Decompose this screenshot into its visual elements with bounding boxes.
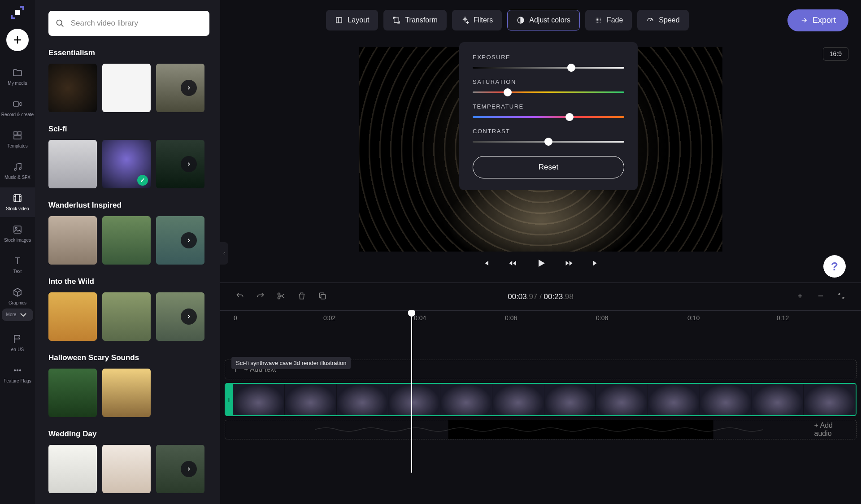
fade-button[interactable]: Fade	[585, 10, 632, 30]
video-clip[interactable]: ||	[225, 383, 857, 416]
undo-button[interactable]	[231, 287, 249, 306]
video-thumb[interactable]	[48, 369, 97, 417]
sparkle-icon	[461, 16, 469, 24]
ruler-tick: 0:06	[505, 314, 517, 322]
zoom-out-button[interactable]	[812, 287, 830, 306]
category-more-button[interactable]	[181, 461, 197, 477]
sidebar-item-record[interactable]: Record & create	[0, 93, 35, 123]
video-thumb[interactable]	[156, 64, 204, 112]
redo-button[interactable]	[252, 287, 270, 306]
sidebar-item-label: en-US	[11, 347, 24, 352]
sidebar-item-my-media[interactable]: My media	[0, 62, 35, 91]
category-more-button[interactable]	[181, 80, 197, 96]
text-icon	[12, 256, 23, 266]
clip-handle-left[interactable]: ||	[226, 384, 233, 415]
play-button[interactable]	[533, 255, 549, 273]
svg-point-6	[19, 168, 21, 169]
svg-point-17	[278, 293, 280, 295]
category-more-button[interactable]	[181, 308, 197, 325]
sidebar-item-label: Feature Flags	[4, 378, 31, 384]
sidebar-item-label: Stock images	[4, 238, 31, 243]
layout-button[interactable]: Layout	[326, 10, 378, 30]
sidebar-item-stock-images[interactable]: Stock images	[0, 219, 35, 248]
sidebar-item-text[interactable]: Text	[0, 250, 35, 280]
timeline-tracks: + Add text Sci-fi synthwave cave 3d rend…	[220, 326, 861, 504]
video-thumb[interactable]	[102, 445, 151, 493]
video-thumb[interactable]	[156, 445, 204, 493]
svg-point-18	[278, 297, 280, 299]
skip-start-button[interactable]	[479, 256, 492, 271]
search-input[interactable]	[71, 19, 202, 28]
temperature-label: TEMPERATURE	[473, 103, 624, 110]
split-button[interactable]	[272, 287, 290, 306]
sidebar-item-feature-flags[interactable]: Feature Flags	[0, 360, 35, 389]
ruler-tick: 0:12	[777, 314, 789, 322]
sidebar-item-templates[interactable]: Templates	[0, 125, 35, 154]
video-thumb[interactable]	[156, 140, 204, 188]
video-thumb[interactable]	[48, 292, 97, 341]
ruler-tick: 0:04	[414, 314, 426, 322]
zoom-in-button[interactable]	[791, 287, 809, 306]
video-thumb[interactable]	[48, 445, 97, 493]
sidebar-item-label: Record & create	[1, 112, 34, 117]
search-box[interactable]	[48, 11, 209, 36]
category-more-button[interactable]	[181, 156, 197, 172]
add-audio-label: + Add audio	[814, 421, 850, 438]
svg-rect-15	[394, 18, 399, 23]
saturation-slider[interactable]	[473, 91, 624, 93]
exposure-slider[interactable]	[473, 67, 624, 69]
video-thumb[interactable]	[102, 64, 151, 112]
svg-point-13	[57, 20, 62, 26]
skip-end-button[interactable]	[589, 256, 603, 271]
svg-point-9	[15, 227, 17, 229]
aspect-ratio-button[interactable]: 16:9	[823, 47, 848, 61]
help-button[interactable]: ?	[823, 255, 846, 278]
library-panel: Essentialism Sci-fi Wanderlust Inspired …	[35, 0, 220, 504]
sidebar-item-music[interactable]: Music & SFX	[0, 156, 35, 186]
sidebar-item-locale[interactable]: en-US	[0, 328, 35, 358]
timeline-ruler[interactable]: 0 0:02 0:04 0:06 0:08 0:10 0:12	[220, 310, 861, 326]
category-more-button[interactable]	[181, 232, 197, 248]
speed-button[interactable]: Speed	[637, 10, 688, 30]
delete-button[interactable]	[293, 287, 311, 306]
rewind-button[interactable]	[506, 256, 519, 271]
transform-button[interactable]: Transform	[383, 10, 446, 30]
video-thumb[interactable]	[102, 369, 151, 417]
image-icon	[12, 224, 23, 235]
templates-icon	[12, 130, 23, 141]
svg-point-10	[14, 370, 16, 371]
minus-icon	[816, 291, 825, 300]
zoom-fit-button[interactable]	[832, 287, 850, 306]
video-thumb[interactable]	[156, 292, 204, 341]
video-thumb[interactable]	[48, 216, 97, 265]
chevron-right-icon	[186, 237, 192, 243]
video-thumb-selected[interactable]	[102, 140, 151, 188]
video-thumb[interactable]	[156, 216, 204, 265]
category-title: Into the Wild	[48, 277, 209, 286]
more-badge[interactable]: More	[2, 308, 34, 321]
contrast-slider[interactable]	[473, 141, 624, 143]
filters-button[interactable]: Filters	[452, 10, 502, 30]
reset-button[interactable]: Reset	[473, 156, 624, 178]
video-thumb[interactable]	[102, 216, 151, 265]
video-thumb[interactable]	[102, 292, 151, 341]
video-thumb[interactable]	[48, 140, 97, 188]
duplicate-button[interactable]	[313, 287, 331, 306]
add-button[interactable]	[6, 29, 29, 51]
temperature-slider[interactable]	[473, 116, 624, 118]
add-audio-track[interactable]: + Add audio	[225, 420, 857, 439]
export-button[interactable]: Export	[787, 9, 848, 31]
dots-icon	[12, 365, 23, 376]
playhead[interactable]	[411, 311, 412, 473]
ruler-tick: 0	[234, 314, 237, 322]
adjust-colors-button[interactable]: Adjust colors	[507, 10, 580, 30]
sidebar-item-label: Graphics	[9, 300, 26, 306]
cube-icon	[12, 287, 23, 298]
forward-button[interactable]	[562, 256, 576, 271]
ruler-tick: 0:02	[323, 314, 335, 322]
plus-icon	[796, 291, 804, 300]
icon-sidebar: My media Record & create Templates Music…	[0, 0, 35, 504]
sidebar-item-stock-video[interactable]: Stock video	[0, 187, 35, 217]
video-thumb[interactable]	[48, 64, 97, 112]
sidebar-item-graphics[interactable]: Graphics More	[0, 282, 35, 326]
